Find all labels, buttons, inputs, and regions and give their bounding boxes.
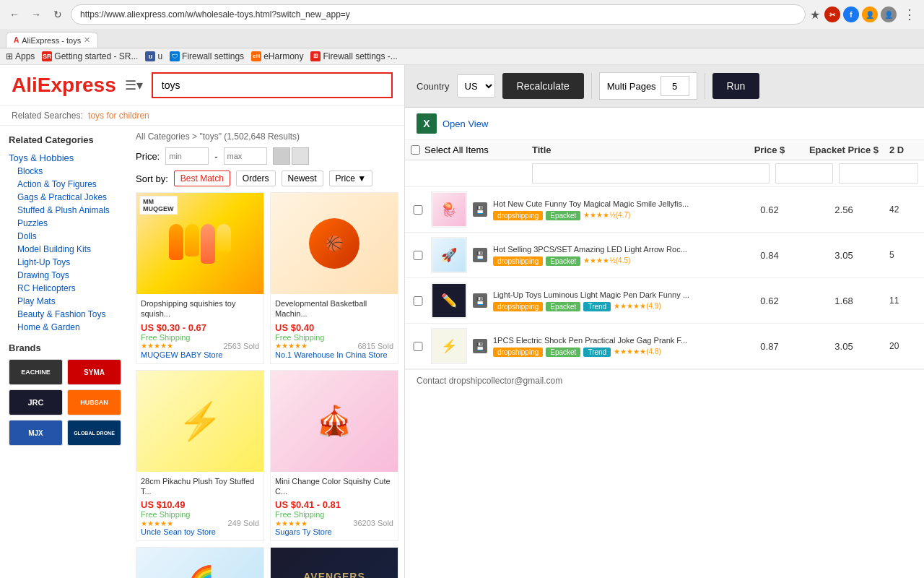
op-row-checkbox-4[interactable] (411, 342, 425, 351)
ext-icon-4[interactable]: 👤 (881, 7, 897, 22)
address-bar[interactable] (71, 4, 806, 25)
sidebar-item-puzzles[interactable]: Puzzles (9, 217, 121, 230)
bookmark-apps[interactable]: ⊞ Apps (6, 51, 35, 61)
ae-product-store-1[interactable]: MUQGEW BABY Store (141, 350, 259, 359)
op-badge-trend-4: Trend (583, 348, 611, 357)
op-country-select[interactable]: US UK AU CA (457, 74, 495, 98)
bookmark-eharmony[interactable]: eH eHarmony (251, 51, 303, 61)
sidebar-item-gags-practical-jokes[interactable]: Gags & Practical Jokes (9, 191, 121, 204)
brand-jrc[interactable]: JRC (9, 389, 63, 415)
bookmark-firewall-1[interactable]: 🛡 Firewall settings (170, 51, 244, 61)
op-badges-2: dropshipping Epacket ★★★★½(4.5) (493, 256, 735, 266)
ext-icon-1[interactable]: ✂ (824, 7, 840, 22)
sort-newest[interactable]: Newest (282, 171, 323, 186)
op-save-button-2[interactable]: 💾 (473, 248, 487, 262)
op-recalculate-button[interactable]: Recalculate (502, 73, 584, 99)
ae-product-card-3[interactable]: ⚡ 28cm Pikachu Plush Toy Stuffed T... US… (136, 370, 264, 542)
bookmark-firewall-2[interactable]: ⊞ Firewall settings -... (310, 51, 397, 61)
op-badge-epacket-3: Epacket (546, 302, 580, 311)
ae-product-title-2: Developmental Basketball Machin... (275, 298, 393, 319)
view-grid-btn[interactable] (273, 147, 290, 165)
ext-icon-3[interactable]: 👤 (862, 7, 878, 22)
op-row-checkbox-3[interactable] (411, 296, 425, 306)
sidebar-item-toys-hobbies[interactable]: Toys & Hobbies (9, 151, 121, 165)
forward-button[interactable]: → (27, 6, 45, 23)
sort-price[interactable]: Price ▼ (329, 171, 373, 186)
ae-search-input[interactable] (152, 72, 393, 98)
op-save-button-3[interactable]: 💾 (473, 293, 487, 308)
sidebar-item-play-mats[interactable]: Play Mats (9, 295, 121, 308)
sidebar-item-blocks[interactable]: Blocks (9, 165, 121, 178)
ae-product-card-avengers[interactable]: AVENGERS (270, 547, 398, 578)
ae-product-card-5[interactable]: 🌈 (136, 547, 264, 578)
brand-hubsan[interactable]: HUBSAN (67, 389, 121, 415)
bookmark-u[interactable]: u u (145, 51, 162, 61)
op-select-all-checkbox[interactable] (411, 145, 420, 155)
ae-product-grid-row2: ⚡ 28cm Pikachu Plush Toy Stuffed T... US… (136, 370, 398, 542)
sidebar-item-drawing-toys[interactable]: Drawing Toys (9, 269, 121, 282)
op-badge-epacket-4: Epacket (546, 348, 580, 357)
bookmark-star-icon[interactable]: ★ (810, 8, 820, 22)
op-stars-2: ★★★★½(4.5) (583, 256, 630, 266)
op-row-title-area-2: Hot Selling 3PCS/SET Amazing LED Light A… (493, 244, 735, 266)
op-badges-3: dropshipping Epacket Trend ★★★★★(4.9) (493, 302, 735, 311)
ae-price-min[interactable] (165, 147, 209, 165)
sidebar-item-stuffed-plush-animals[interactable]: Stuffed & Plush Animals (9, 204, 121, 217)
ae-sort-bar: Sort by: Best Match Orders Newest Price … (136, 171, 398, 186)
ae-related-link[interactable]: toys for children (88, 111, 149, 121)
op-row-checkbox-2[interactable] (411, 251, 425, 260)
ae-price-max[interactable] (224, 147, 267, 165)
reload-button[interactable]: ↻ (49, 6, 66, 23)
sidebar-item-dolls[interactable]: Dolls (9, 230, 121, 243)
active-tab[interactable]: A AliExpress - toys ✕ (6, 32, 98, 48)
op-pages-input[interactable] (661, 76, 689, 96)
op-save-button-4[interactable]: 💾 (473, 339, 487, 353)
tabs-bar: A AliExpress - toys ✕ (0, 29, 924, 48)
brand-eachine[interactable]: EACHINE (9, 359, 63, 385)
ae-product-info-2: Developmental Basketball Machin... US $0… (271, 294, 398, 363)
sidebar-item-beauty-fashion-toys[interactable]: Beauty & Fashion Toys (9, 308, 121, 321)
ae-product-shipping-2: Free Shipping (275, 333, 393, 342)
ae-product-image-avengers: AVENGERS (271, 548, 398, 578)
op-row-epacket-1: 2.56 (804, 204, 884, 215)
ae-menu-button[interactable]: ☰▾ (125, 77, 143, 93)
view-list-btn[interactable] (292, 147, 309, 165)
sidebar-item-rc-helicopters[interactable]: RC Helicopters (9, 282, 121, 295)
ae-product-store-3[interactable]: Uncle Sean toy Store (141, 527, 259, 536)
op-col-epacket-header: Epacket Price $ (804, 144, 884, 155)
sidebar-item-action-toy-figures[interactable]: Action & Toy Figures (9, 178, 121, 191)
ae-product-store-4[interactable]: Sugars Ty Store (275, 527, 393, 536)
ae-product-sold-3: 249 Sold (228, 519, 259, 527)
op-product-row-3: ✏️ 💾 Light-Up Toys Luminous Light Magic … (405, 278, 924, 324)
sidebar-item-home-garden[interactable]: Home & Garden (9, 321, 121, 334)
op-stars-4: ★★★★★(4.8) (614, 348, 661, 357)
op-title-search-input[interactable] (532, 163, 770, 184)
sidebar-item-model-building-kits[interactable]: Model Building Kits (9, 243, 121, 256)
op-open-view-label[interactable]: Open View (443, 118, 488, 129)
op-row-price-2: 0.84 (741, 250, 798, 261)
op-run-button[interactable]: Run (712, 73, 760, 99)
ext-icon-2[interactable]: f (843, 7, 859, 22)
bookmark-getting-started[interactable]: SR Getting started - SR... (42, 51, 138, 61)
menu-button[interactable]: ⋮ (901, 6, 918, 23)
op-row-epacket-4: 3.05 (804, 341, 884, 352)
tab-close-button[interactable]: ✕ (84, 35, 90, 45)
sort-orders[interactable]: Orders (236, 171, 276, 186)
op-epacket-search-input[interactable] (839, 163, 918, 184)
sidebar-item-light-up-toys[interactable]: Light-Up Toys (9, 256, 121, 269)
op-save-button-1[interactable]: 💾 (473, 202, 487, 217)
ae-product-card-1[interactable]: MMMUQGEW Dropshipping squishies toy squi… (136, 192, 264, 364)
op-badge-drop-1: dropshipping (493, 211, 543, 220)
ae-product-sold-4: 36203 Sold (353, 519, 393, 527)
op-badge-trend-3: Trend (583, 302, 611, 311)
op-price-search-input[interactable] (775, 163, 833, 184)
sort-best-match[interactable]: Best Match (174, 171, 230, 186)
ae-product-card-2[interactable]: 🏀 Developmental Basketball Machin... US … (270, 192, 398, 364)
brand-global-drone[interactable]: GLOBAL DRONE (67, 420, 121, 446)
brand-mjx[interactable]: MJX (9, 420, 63, 446)
ae-product-card-4[interactable]: 🎪 Mini Change Color Squishy Cute C... US… (270, 370, 398, 542)
back-button[interactable]: ← (6, 6, 23, 23)
op-row-checkbox-1[interactable] (411, 205, 425, 215)
brand-syma[interactable]: SYMA (67, 359, 121, 385)
ae-product-store-2[interactable]: No.1 Warehouse In China Store (275, 350, 393, 359)
